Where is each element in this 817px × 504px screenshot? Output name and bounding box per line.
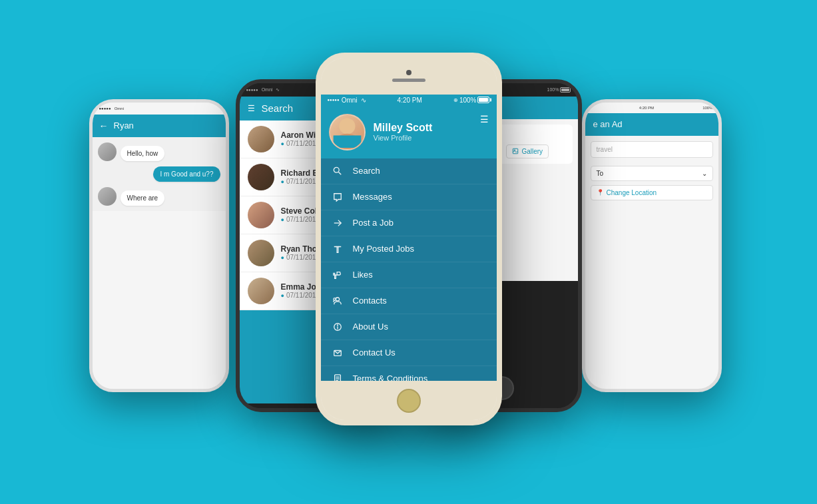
chat-bubble-me: I m Good and u??: [153, 166, 220, 182]
person-info-4: Ryan Tho. ● 07/11/2014: [281, 244, 320, 261]
phone-far-right: 4:20 PM 100% e an Ad travel To ⌄ 📍 Chang…: [582, 99, 722, 392]
post-job-icon: [332, 217, 344, 229]
person-info-3: Steve Col. ● 07/11/2014: [281, 206, 320, 223]
menu-item-terms[interactable]: Terms & Conditions: [321, 366, 497, 381]
contact-label: Contact Us: [353, 348, 396, 358]
menu-list: Search Messages: [321, 158, 497, 381]
chat-bubble-other: Hello, how: [121, 146, 165, 161]
posted-jobs-icon: [332, 243, 344, 255]
menu-item-search[interactable]: Search: [321, 158, 497, 184]
search-icon: [332, 165, 344, 177]
menu-close-icon[interactable]: ☰: [480, 114, 489, 125]
speaker: [392, 79, 425, 82]
post-header: e an Ad: [585, 113, 718, 136]
user-avatar[interactable]: [329, 114, 366, 150]
terms-icon: [332, 373, 344, 381]
chat-messages: Hello, how I m Good and u?? Where are: [93, 137, 226, 211]
person-avatar-5: [248, 278, 274, 304]
menu-item-likes[interactable]: Likes: [321, 262, 497, 288]
status-bar: ●●●●● Omni ∿ 4:20 PM ⊕ 100%: [321, 95, 497, 106]
svg-rect-13: [334, 374, 340, 380]
phones-container: ●●●●● Omni ← Ryan Hello, how I m Good an…: [43, 19, 775, 485]
svg-line-4: [338, 172, 341, 174]
phone-top: [321, 58, 497, 95]
post-job-label: Post a Job: [353, 218, 394, 228]
battery-indicator: ⊕ 100%: [453, 97, 490, 104]
home-button-center[interactable]: [397, 389, 421, 413]
post-title: e an Ad: [593, 119, 623, 129]
chat-avatar-2: [98, 187, 117, 206]
search-label: Search: [353, 166, 380, 176]
menu-item-contact[interactable]: Contact Us: [321, 340, 497, 366]
gallery-button[interactable]: Gallery: [506, 144, 549, 158]
hamburger-icon[interactable]: ☰: [248, 104, 255, 113]
battery-icon: [477, 97, 489, 103]
chat-header: ← Ryan: [93, 115, 226, 137]
menu-item-contacts[interactable]: Contacts: [321, 288, 497, 314]
user-info: Milley Scott View Profile: [374, 122, 433, 142]
chat-avatar: [98, 142, 117, 161]
person-avatar-4: [248, 240, 274, 266]
menu-item-post-job[interactable]: Post a Job: [321, 210, 497, 236]
messages-icon: [332, 191, 344, 203]
battery-fill: [479, 98, 488, 102]
camera-icon: [406, 70, 411, 75]
search-title: Search: [262, 103, 294, 114]
menu-item-posted-jobs[interactable]: My Posted Jobs: [321, 236, 497, 262]
contacts-icon: [332, 295, 344, 307]
time: 4:20 PM: [398, 97, 422, 104]
terms-label: Terms & Conditions: [353, 374, 428, 381]
phone-center: ●●●●● Omni ∿ 4:20 PM ⊕ 100%: [316, 53, 502, 425]
person-info-2: Richard B. ● 07/11/2014: [281, 168, 321, 185]
messages-label: Messages: [353, 192, 392, 202]
post-content: travel To ⌄ 📍 Change Location: [585, 136, 718, 210]
chat-message-other-1: Hello, how: [98, 142, 220, 161]
likes-icon: [332, 269, 344, 281]
about-icon: [332, 321, 344, 333]
chat-bubble-other-2: Where are: [121, 190, 165, 206]
person-info-1: Aaron Wil ● 07/11/2014: [281, 130, 320, 147]
svg-point-0: [339, 118, 355, 134]
menu-header: Milley Scott View Profile ☰: [321, 106, 497, 158]
menu-item-about[interactable]: About Us: [321, 314, 497, 340]
svg-point-3: [334, 167, 339, 172]
travel-input[interactable]: travel: [591, 141, 713, 158]
svg-point-11: [337, 324, 338, 325]
about-label: About Us: [353, 322, 388, 332]
carrier: Omni: [342, 97, 358, 104]
phone-far-left: ●●●●● Omni ← Ryan Hello, how I m Good an…: [89, 99, 229, 392]
view-profile-link[interactable]: View Profile: [374, 134, 433, 142]
person-avatar-3: [248, 202, 274, 228]
posted-jobs-label: My Posted Jobs: [353, 244, 415, 254]
back-button[interactable]: ←: [99, 121, 109, 131]
svg-point-7: [336, 297, 339, 300]
menu-item-messages[interactable]: Messages: [321, 184, 497, 210]
svg-rect-2: [333, 135, 361, 148]
chat-message-me: I m Good and u??: [98, 166, 220, 182]
likes-label: Likes: [353, 270, 373, 280]
contacts-label: Contacts: [353, 296, 387, 306]
chat-message-other-2: Where are: [98, 187, 220, 206]
person-avatar-2: [248, 164, 274, 190]
chat-title: Ryan: [114, 121, 134, 130]
center-screen: ●●●●● Omni ∿ 4:20 PM ⊕ 100%: [321, 95, 497, 381]
user-name: Milley Scott: [374, 122, 433, 134]
contact-us-icon: [332, 347, 344, 359]
person-avatar-1: [248, 126, 274, 152]
